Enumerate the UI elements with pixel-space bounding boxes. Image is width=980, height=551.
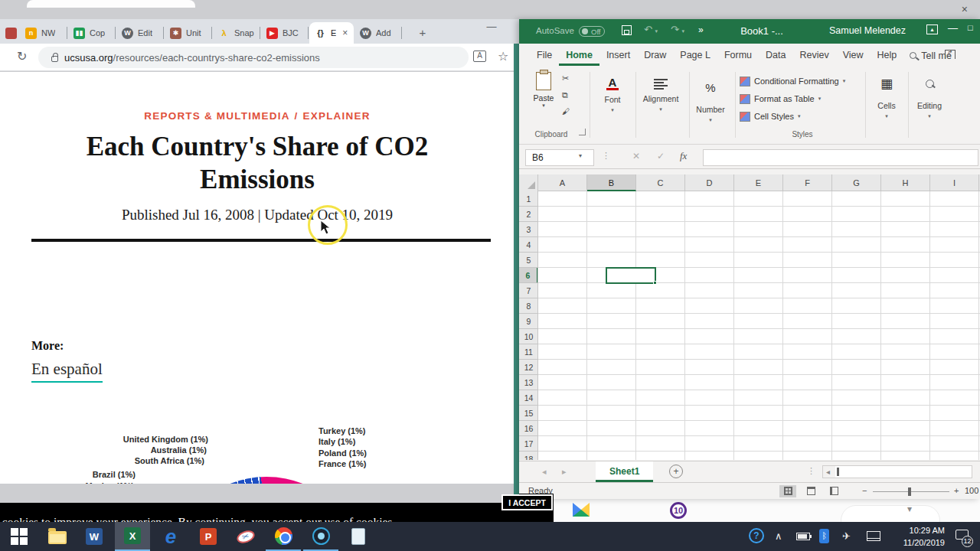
browser-tab-nw[interactable]: nNW — [20, 22, 67, 44]
active-cell-B6[interactable] — [606, 267, 656, 284]
address-bar[interactable]: ucsusa.org/resources/each-countrys-share… — [38, 47, 469, 68]
spreadsheet-grid[interactable] — [538, 191, 980, 460]
format-as-table-button[interactable]: Format as Table▾ — [740, 91, 821, 106]
paste-button[interactable]: Paste ▾ — [527, 72, 560, 109]
column-header-E[interactable]: E — [734, 174, 783, 191]
ribbon-tab-insert[interactable]: Insert — [599, 45, 637, 66]
zoom-slider-track[interactable] — [873, 491, 949, 492]
qat-more-icon[interactable]: » — [698, 24, 704, 35]
row-header-2[interactable]: 2 — [519, 207, 538, 222]
ribbon-tab-help[interactable]: Help — [871, 45, 904, 66]
column-header-B[interactable]: B — [587, 174, 636, 191]
browser-tab-edit[interactable]: WEdit — [116, 22, 164, 44]
scrollbar-thumb[interactable] — [837, 468, 839, 476]
page-layout-view-button[interactable] — [802, 485, 819, 497]
format-painter-icon[interactable]: 🖌 — [562, 107, 570, 116]
row-header-6[interactable]: 6 — [519, 268, 538, 283]
tray-chevron-icon[interactable]: ∧ — [775, 530, 782, 542]
taskbar-powerpoint[interactable]: P — [191, 522, 226, 551]
horizontal-scrollbar[interactable]: ◂ — [822, 465, 972, 478]
sheet-tab-sheet1[interactable]: Sheet1 — [596, 461, 653, 482]
url-text[interactable]: ucsusa.org/resources/each-countrys-share… — [64, 52, 320, 64]
taskbar-snipping-tool[interactable]: ✂ — [228, 522, 263, 551]
bluetooth-icon[interactable]: ᛒ — [819, 529, 829, 543]
conditional-formatting-button[interactable]: Conditional Formatting▾ — [740, 73, 845, 89]
row-header-5[interactable]: 5 — [519, 253, 538, 268]
spanish-link[interactable]: En español — [31, 360, 103, 383]
cookie-accept-button[interactable]: I ACCEPT — [501, 494, 553, 510]
column-header-G[interactable]: G — [832, 174, 881, 191]
excel-maximize-button[interactable]: □ — [968, 23, 973, 32]
scrollbar-track[interactable] — [835, 466, 972, 478]
column-header-F[interactable]: F — [783, 174, 832, 191]
formula-input[interactable] — [703, 149, 978, 166]
copy-icon[interactable]: ⧉ — [562, 90, 568, 100]
row-header-14[interactable]: 14 — [519, 390, 538, 406]
touchpad-icon[interactable] — [867, 531, 880, 541]
excel-minimize-button[interactable]: — — [948, 22, 958, 34]
taskbar-word[interactable]: W — [77, 522, 112, 551]
taskbar-edge[interactable]: e — [153, 522, 188, 551]
help-icon[interactable]: ? — [749, 528, 764, 543]
taskbar-screen-recorder[interactable] — [303, 522, 338, 551]
taskbar-notepad[interactable] — [341, 522, 376, 551]
ribbon-tab-reviev[interactable]: Reviev — [792, 45, 835, 66]
ribbon-display-icon[interactable]: ▲ — [926, 24, 938, 34]
undo-icon[interactable]: ↶ ▾ — [644, 24, 658, 35]
cell-styles-button[interactable]: Cell Styles▾ — [740, 109, 800, 124]
zoom-slider-thumb[interactable] — [908, 487, 911, 496]
row-header-11[interactable]: 11 — [519, 344, 538, 360]
number-group-button[interactable]: % Number ▾ — [689, 73, 732, 123]
browser-tab-e[interactable]: {}E× — [309, 22, 354, 44]
row-header-16[interactable]: 16 — [519, 421, 538, 436]
browser-minimize-button[interactable]: — — [484, 21, 499, 32]
ribbon-tab-view[interactable]: View — [836, 45, 871, 66]
zoom-value[interactable]: 100 — [965, 486, 978, 495]
ribbon-tab-home[interactable]: Home — [559, 45, 599, 66]
browser-tab-add[interactable]: WAdd — [354, 22, 402, 44]
row-header-17[interactable]: 17 — [519, 436, 538, 452]
select-all-corner[interactable] — [519, 174, 538, 191]
ribbon-tab-formu[interactable]: Formu — [717, 45, 759, 66]
zoom-out-icon[interactable]: − — [862, 486, 867, 495]
taskbar-chrome[interactable] — [266, 522, 301, 551]
normal-view-button[interactable] — [779, 485, 796, 497]
airplane-mode-icon[interactable]: ✈ — [842, 530, 851, 542]
scroll-left-icon[interactable]: ◂ — [826, 468, 830, 476]
autosave-toggle[interactable]: Off — [579, 26, 605, 37]
ribbon-tab-page-l[interactable]: Page L — [673, 45, 717, 66]
prev-sheet-icon[interactable]: ◂ — [542, 467, 547, 477]
add-sheet-button[interactable]: + — [669, 465, 683, 478]
dropdown-caret-icon[interactable]: ▾ — [907, 504, 912, 514]
new-tab-button[interactable]: + — [414, 25, 431, 42]
ribbon-tab-data[interactable]: Data — [759, 45, 792, 66]
breadcrumb-type[interactable]: EXPLAINER — [303, 110, 371, 122]
translate-icon[interactable]: A — [473, 51, 486, 62]
refresh-icon[interactable]: ↻ — [17, 49, 27, 64]
alignment-group-button[interactable]: Alignment ▾ — [635, 73, 686, 112]
row-header-3[interactable]: 3 — [519, 222, 538, 237]
row-header-15[interactable]: 15 — [519, 406, 538, 421]
row-header-8[interactable]: 8 — [519, 298, 538, 314]
row-header-10[interactable]: 10 — [519, 329, 538, 344]
breadcrumb-section[interactable]: REPORTS & MULTIMEDIA — [144, 110, 289, 122]
share-icon[interactable] — [945, 50, 956, 59]
cut-icon[interactable]: ✂ — [562, 73, 569, 83]
bookmark-star-icon[interactable]: ☆ — [498, 49, 508, 64]
name-box[interactable]: B6 — [525, 149, 594, 166]
user-name[interactable]: Samuel Melendez — [818, 25, 917, 36]
breadcrumb[interactable]: REPORTS & MULTIMEDIA/EXPLAINER — [0, 110, 514, 122]
start-button[interactable] — [2, 522, 37, 551]
battery-icon[interactable] — [796, 533, 810, 540]
cancel-icon[interactable]: ✕ — [632, 151, 640, 161]
row-header-18[interactable]: 18 — [519, 452, 538, 460]
redo-caret-icon[interactable]: ▾ — [682, 28, 685, 34]
name-box-caret-icon[interactable]: ▾ — [579, 152, 582, 159]
row-header-9[interactable]: 9 — [519, 314, 538, 329]
zoom-in-icon[interactable]: + — [954, 486, 959, 495]
taskbar-excel[interactable]: X — [115, 522, 150, 551]
clipboard-dialog-launcher[interactable] — [579, 129, 586, 135]
fill-handle[interactable] — [653, 281, 657, 285]
editing-group-button[interactable]: Editing ▾ — [908, 73, 951, 119]
row-header-12[interactable]: 12 — [519, 360, 538, 375]
